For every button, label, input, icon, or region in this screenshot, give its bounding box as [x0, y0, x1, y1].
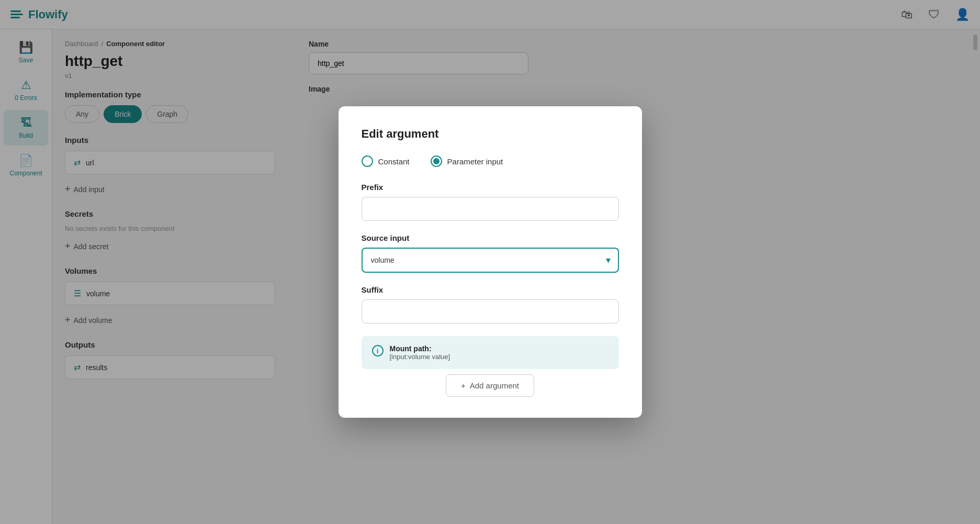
info-subtitle: [input:volume value] [390, 353, 450, 361]
modal-footer: + Add argument [362, 374, 619, 397]
prefix-input[interactable] [362, 197, 619, 221]
radio-parameter-circle [431, 155, 442, 167]
prefix-label: Prefix [362, 183, 619, 192]
radio-constant-label: Constant [378, 157, 410, 166]
info-title: Mount path: [390, 344, 450, 353]
suffix-input[interactable] [362, 299, 619, 324]
add-argument-plus-icon: + [461, 381, 466, 390]
source-input-select[interactable]: volume url [362, 248, 619, 273]
add-argument-label: Add argument [470, 381, 519, 390]
radio-constant[interactable]: Constant [362, 155, 410, 167]
radio-parameter-label: Parameter input [447, 157, 503, 166]
source-input-wrapper: volume url ▾ [362, 248, 619, 273]
modal-title: Edit argument [362, 127, 619, 141]
suffix-label: Suffix [362, 285, 619, 294]
radio-group: Constant Parameter input [362, 155, 619, 167]
edit-argument-modal: Edit argument Constant Parameter input P… [339, 106, 642, 418]
info-box: i Mount path: [input:volume value] [362, 336, 619, 369]
info-icon: i [372, 345, 384, 356]
source-input-label: Source input [362, 233, 619, 242]
modal-overlay[interactable]: Edit argument Constant Parameter input P… [0, 0, 980, 524]
info-text: Mount path: [input:volume value] [390, 344, 450, 361]
radio-parameter-input[interactable]: Parameter input [431, 155, 503, 167]
add-argument-button[interactable]: + Add argument [446, 374, 534, 397]
radio-constant-circle [362, 155, 373, 167]
